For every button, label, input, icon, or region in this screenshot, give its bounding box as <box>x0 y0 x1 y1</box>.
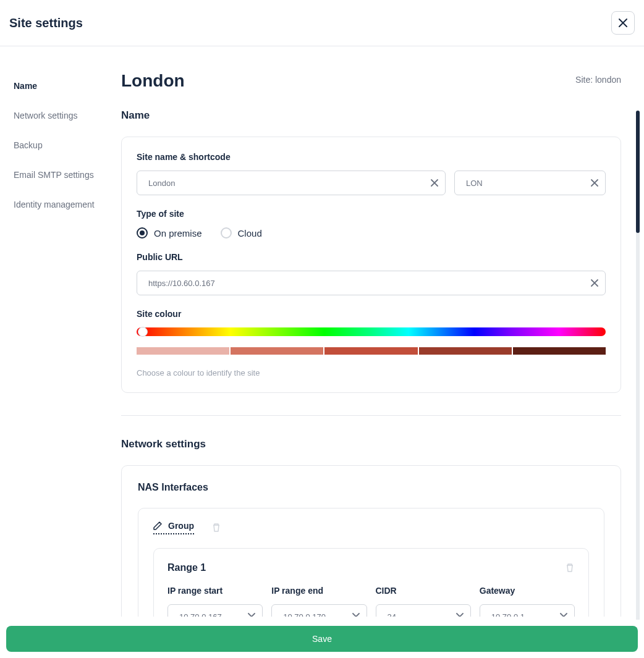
clear-icon[interactable] <box>560 613 567 617</box>
slider-handle[interactable] <box>138 327 148 337</box>
ip-end-col: IP range end <box>271 586 366 617</box>
radio-cloud[interactable]: Cloud <box>221 227 262 238</box>
clear-icon[interactable] <box>352 613 360 617</box>
gateway-label: Gateway <box>480 586 575 596</box>
cidr-label: CIDR <box>376 586 471 596</box>
group-header: Group <box>153 521 589 534</box>
public-url-row <box>137 271 606 295</box>
ip-start-label: IP range start <box>167 586 263 596</box>
gateway-col: Gateway <box>480 586 575 617</box>
sidebar: Name Network settings Backup Email SMTP … <box>0 46 121 617</box>
trash-icon <box>211 523 221 533</box>
delete-group-button[interactable] <box>211 523 221 533</box>
gateway-wrapper <box>480 604 575 617</box>
pencil-icon <box>153 521 162 530</box>
radio-circle-checked <box>137 227 148 238</box>
shade-swatch-3[interactable] <box>324 347 417 355</box>
range-header: Range 1 <box>167 562 575 573</box>
site-colour-label: Site colour <box>137 309 606 319</box>
save-button[interactable]: Save <box>6 626 638 652</box>
scrollbar-thumb[interactable] <box>636 111 640 233</box>
group-label-text: Group <box>168 521 194 531</box>
close-button[interactable] <box>611 11 635 35</box>
site-identifier: Site: london <box>575 75 621 85</box>
clear-icon[interactable] <box>591 179 598 187</box>
ip-start-col: IP range start <box>167 586 263 617</box>
sitename-shortcode-label: Site name & shortcode <box>137 152 606 162</box>
public-url-label: Public URL <box>137 252 606 262</box>
sidebar-item-network[interactable]: Network settings <box>14 101 121 130</box>
trash-icon <box>565 563 575 573</box>
clear-icon[interactable] <box>248 613 255 617</box>
shade-swatch-5[interactable] <box>513 347 606 355</box>
site-name-wrapper <box>137 171 446 195</box>
sidebar-item-identity[interactable]: Identity management <box>14 190 121 219</box>
type-of-site-label: Type of site <box>137 209 606 219</box>
shortcode-input[interactable] <box>454 171 606 195</box>
delete-range-button[interactable] <box>565 563 575 573</box>
name-card: Site name & shortcode Type of site <box>121 137 621 393</box>
clear-icon[interactable] <box>456 613 464 617</box>
shortcode-wrapper <box>454 171 606 195</box>
ip-end-label: IP range end <box>271 586 366 596</box>
public-url-input[interactable] <box>137 271 606 295</box>
shade-swatch-1[interactable] <box>137 347 229 355</box>
page-heading-row: London Site: london <box>121 71 621 91</box>
radio-circle-unchecked <box>221 227 232 238</box>
ip-end-wrapper <box>271 604 366 617</box>
ip-start-wrapper <box>167 604 263 617</box>
main-layout: Name Network settings Backup Email SMTP … <box>0 46 644 617</box>
sidebar-item-name[interactable]: Name <box>14 71 121 101</box>
colour-helper-text: Choose a colour to identify the site <box>137 368 606 378</box>
sidebar-item-backup[interactable]: Backup <box>14 130 121 160</box>
cidr-wrapper <box>376 604 471 617</box>
range-card: Range 1 IP range start <box>153 548 589 617</box>
cidr-col: CIDR <box>376 586 471 617</box>
footer: Save <box>0 620 644 658</box>
sitename-row <box>137 171 606 195</box>
nas-interfaces-title: NAS Interfaces <box>138 482 604 493</box>
range-title: Range 1 <box>167 562 206 573</box>
public-url-wrapper <box>137 271 606 295</box>
content-area[interactable]: London Site: london Name Site name & sho… <box>121 46 644 617</box>
clear-icon[interactable] <box>431 179 438 187</box>
range-grid: IP range start IP range end <box>167 586 575 617</box>
hue-slider[interactable] <box>137 327 606 336</box>
shade-row <box>137 347 606 355</box>
section-title-network: Network settings <box>121 438 621 450</box>
shade-swatch-4[interactable] <box>419 347 512 355</box>
radio-onprem-label: On premise <box>154 228 202 238</box>
close-icon <box>619 19 627 27</box>
page-title: London <box>121 71 185 91</box>
radio-onprem[interactable]: On premise <box>137 227 202 238</box>
modal-title: Site settings <box>9 16 83 30</box>
section-divider <box>121 415 621 416</box>
site-name-input[interactable] <box>137 171 446 195</box>
group-card: Group Range 1 IP range <box>138 508 604 617</box>
radio-cloud-label: Cloud <box>238 228 262 238</box>
clear-icon[interactable] <box>591 279 598 287</box>
sidebar-item-email-smtp[interactable]: Email SMTP settings <box>14 160 121 190</box>
type-radio-row: On premise Cloud <box>137 227 606 238</box>
section-title-name: Name <box>121 109 621 122</box>
modal-header: Site settings <box>0 0 644 46</box>
nas-card: NAS Interfaces Group Range 1 <box>121 465 621 617</box>
shade-swatch-2[interactable] <box>231 347 323 355</box>
group-label-editable[interactable]: Group <box>153 521 194 534</box>
